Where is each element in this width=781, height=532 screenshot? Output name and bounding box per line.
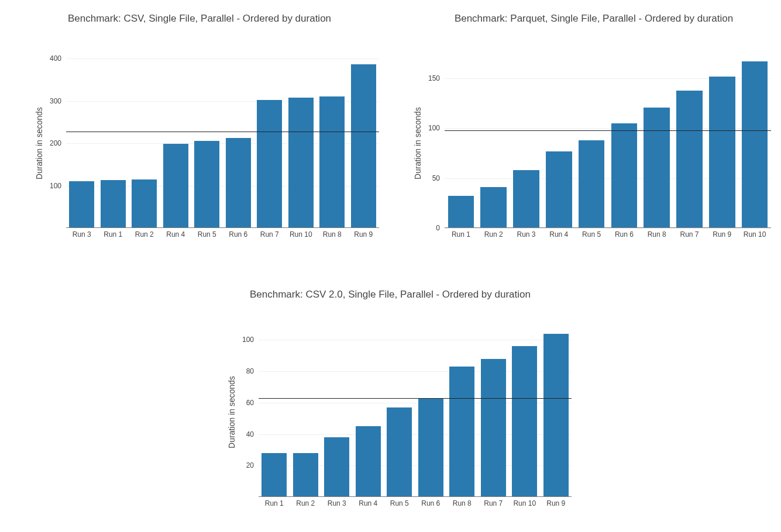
bar-slot: Run 4: [160, 58, 192, 228]
chart-title: Benchmark: Parquet, Single File, Paralle…: [410, 13, 778, 25]
category-label: Run 1: [98, 230, 129, 239]
bar-slot: Run 7: [478, 327, 510, 497]
category-label: Run 8: [641, 230, 673, 239]
category-label: Run 4: [542, 230, 575, 239]
bar: [481, 359, 506, 497]
bar-slot: Run 1: [259, 327, 290, 497]
bar-slot: Run 3: [510, 58, 543, 228]
x-axis-line: [445, 227, 771, 228]
bar: [351, 64, 376, 228]
category-label: Run 2: [129, 230, 160, 239]
category-label: Run 5: [384, 499, 415, 507]
bar: [543, 334, 569, 497]
chart-title: Benchmark: CSV, Single File, Parallel - …: [22, 13, 377, 25]
bar-slot: Run 3: [66, 58, 98, 228]
bar: [418, 398, 443, 497]
bar: [579, 140, 605, 228]
category-label: Run 1: [259, 499, 290, 507]
bar: [262, 453, 287, 497]
bars-group: Run 3Run 1Run 2Run 4Run 5Run 6Run 7Run 1…: [66, 58, 379, 228]
bar-slot: Run 6: [415, 327, 447, 497]
bar-slot: Run 10: [509, 327, 541, 497]
bar: [448, 196, 474, 228]
bar: [546, 151, 572, 228]
y-axis-label: Duration in seconds: [413, 107, 422, 179]
bar: [194, 141, 219, 228]
y-tick-label: 100: [50, 182, 61, 190]
chart-title: Benchmark: CSV 2.0, Single File, Paralle…: [200, 289, 580, 300]
category-label: Run 3: [321, 499, 353, 507]
bar: [132, 179, 157, 228]
y-tick-label: 300: [50, 97, 61, 105]
bar: [512, 346, 537, 497]
category-label: Run 8: [446, 499, 478, 507]
category-label: Run 7: [478, 499, 510, 507]
bar-slot: Run 2: [290, 327, 322, 497]
bar-slot: Run 3: [321, 327, 353, 497]
plot-area: 050100150Duration in secondsRun 1Run 2Ru…: [445, 58, 771, 228]
category-label: Run 4: [353, 499, 384, 507]
bar: [163, 144, 188, 228]
chart-1: Benchmark: Parquet, Single File, Paralle…: [410, 13, 778, 25]
plot-area: 20406080100Duration in secondsRun 1Run 2…: [259, 327, 572, 497]
category-label: Run 10: [509, 499, 541, 507]
y-tick-label: 20: [246, 461, 254, 469]
bar-slot: Run 2: [477, 58, 510, 228]
y-tick-label: 40: [246, 430, 254, 438]
bar: [709, 77, 735, 228]
bar: [319, 96, 345, 228]
chart-0: Benchmark: CSV, Single File, Parallel - …: [22, 13, 377, 25]
bar-slot: Run 10: [285, 58, 317, 228]
y-tick-label: 100: [242, 336, 254, 344]
bar: [480, 187, 507, 228]
bar: [226, 138, 251, 228]
bar: [387, 407, 412, 497]
bar-slot: Run 1: [98, 58, 129, 228]
bar: [513, 170, 539, 228]
category-label: Run 6: [608, 230, 641, 239]
bar-slot: Run 5: [191, 58, 223, 228]
x-axis-line: [66, 227, 379, 228]
bar-slot: Run 8: [316, 58, 348, 228]
bar: [676, 91, 703, 228]
bar-slot: Run 9: [706, 58, 738, 228]
bar-slot: Run 5: [384, 327, 415, 497]
category-label: Run 1: [445, 230, 477, 239]
bar: [288, 98, 314, 228]
category-label: Run 10: [738, 230, 771, 239]
y-tick-label: 80: [246, 367, 254, 375]
x-axis-line: [259, 496, 572, 497]
category-label: Run 7: [254, 230, 285, 239]
y-tick-label: 200: [50, 139, 61, 147]
bars-group: Run 1Run 2Run 3Run 4Run 5Run 6Run 8Run 7…: [259, 327, 572, 497]
y-axis-label: Duration in seconds: [35, 107, 44, 179]
category-label: Run 5: [575, 230, 608, 239]
y-tick-label: 50: [432, 174, 440, 182]
category-label: Run 6: [223, 230, 254, 239]
category-label: Run 9: [706, 230, 738, 239]
bar-slot: Run 7: [254, 58, 285, 228]
y-tick-label: 60: [246, 399, 254, 407]
category-label: Run 6: [415, 499, 447, 507]
y-axis-label: Duration in seconds: [227, 376, 236, 448]
bar-slot: Run 2: [129, 58, 160, 228]
category-label: Run 9: [348, 230, 380, 239]
category-label: Run 3: [510, 230, 543, 239]
category-label: Run 5: [191, 230, 223, 239]
category-label: Run 2: [290, 499, 322, 507]
category-label: Run 8: [316, 230, 348, 239]
gridline: [445, 228, 771, 229]
bar: [449, 367, 474, 497]
bar-slot: Run 4: [353, 327, 384, 497]
reference-line: [259, 398, 572, 399]
bar: [293, 453, 318, 497]
bar-slot: Run 1: [445, 58, 477, 228]
bar-slot: Run 4: [542, 58, 575, 228]
bar-slot: Run 5: [575, 58, 608, 228]
y-tick-label: 100: [428, 124, 440, 132]
bar-slot: Run 8: [446, 327, 478, 497]
category-label: Run 2: [477, 230, 510, 239]
plot-area: 100200300400Duration in secondsRun 3Run …: [66, 58, 379, 228]
bar-slot: Run 6: [223, 58, 254, 228]
chart-2: Benchmark: CSV 2.0, Single File, Paralle…: [200, 289, 580, 300]
